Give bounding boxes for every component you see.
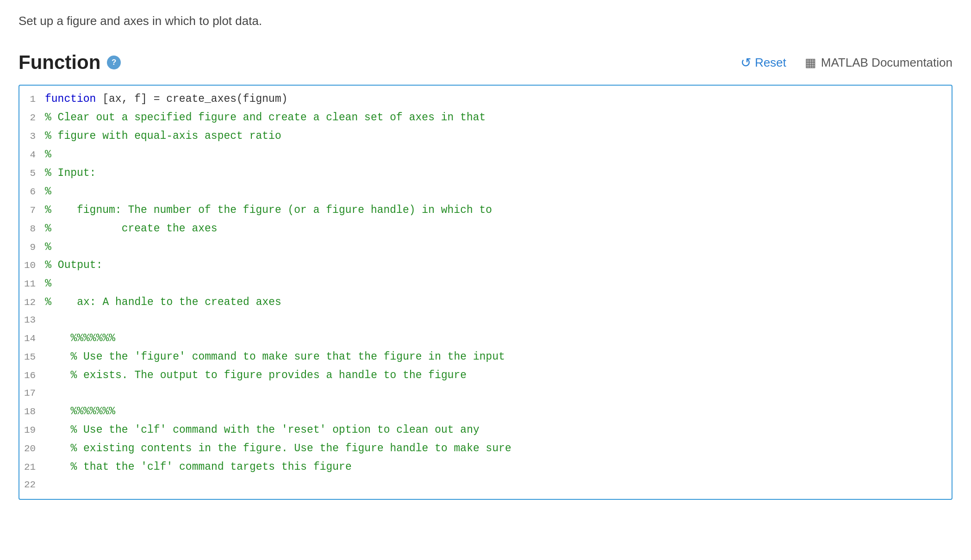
code-line: 12% ax: A handle to the created axes: [19, 293, 952, 312]
line-content: %%%%%%%: [45, 330, 952, 348]
line-number: 16: [19, 368, 45, 384]
code-line: 6%: [19, 183, 952, 201]
code-line: 7% fignum: The number of the figure (or …: [19, 201, 952, 220]
line-number: 11: [19, 276, 45, 292]
code-line: 11%: [19, 275, 952, 293]
line-content: % Clear out a specified figure and creat…: [45, 109, 952, 127]
page-description: Set up a figure and axes in which to plo…: [19, 14, 952, 28]
code-line: 16 % exists. The output to figure provid…: [19, 367, 952, 385]
help-icon[interactable]: ?: [107, 56, 121, 69]
code-line: 19 % Use the 'clf' command with the 'res…: [19, 421, 952, 440]
line-number: 22: [19, 477, 45, 493]
code-line: 22: [19, 477, 952, 494]
header-actions: ↺ Reset ▦ MATLAB Documentation: [741, 55, 952, 70]
code-editor[interactable]: 1function [ax, f] = create_axes(fignum)2…: [19, 85, 952, 500]
code-line: 9%: [19, 238, 952, 257]
code-line: 8% create the axes: [19, 220, 952, 238]
line-content: % that the 'clf' command targets this fi…: [45, 459, 952, 476]
line-number: 20: [19, 441, 45, 457]
line-content: % fignum: The number of the figure (or a…: [45, 202, 952, 219]
code-line: 13: [19, 312, 952, 330]
line-number: 12: [19, 295, 45, 311]
code-line: 18 %%%%%%%: [19, 403, 952, 421]
doc-icon: ▦: [805, 56, 816, 70]
line-content: %: [45, 239, 952, 256]
code-line: 20 % existing contents in the figure. Us…: [19, 440, 952, 458]
line-number: 1: [19, 92, 45, 108]
line-content: % create the axes: [45, 220, 952, 238]
code-line: 14 %%%%%%%: [19, 330, 952, 348]
line-number: 7: [19, 203, 45, 219]
line-content: % ax: A handle to the created axes: [45, 294, 952, 311]
line-number: 3: [19, 129, 45, 145]
code-line: 3% figure with equal-axis aspect ratio: [19, 127, 952, 146]
line-number: 9: [19, 240, 45, 256]
section-header: Function ? ↺ Reset ▦ MATLAB Documentatio…: [19, 51, 952, 74]
line-content: % exists. The output to figure provides …: [45, 367, 952, 385]
code-line: 1function [ax, f] = create_axes(fignum): [19, 90, 952, 109]
reset-button[interactable]: ↺ Reset: [741, 55, 786, 70]
reset-icon: ↺: [741, 55, 751, 70]
matlab-doc-button[interactable]: ▦ MATLAB Documentation: [805, 56, 952, 70]
line-content: %%%%%%%: [45, 403, 952, 421]
line-content: %: [45, 183, 952, 201]
line-number: 6: [19, 184, 45, 200]
code-line: 5% Input:: [19, 164, 952, 183]
section-title: Function: [19, 51, 100, 74]
line-number: 13: [19, 312, 45, 329]
line-number: 19: [19, 423, 45, 439]
line-number: 4: [19, 147, 45, 163]
line-content: % existing contents in the figure. Use t…: [45, 440, 952, 458]
code-line: 21 % that the 'clf' command targets this…: [19, 458, 952, 477]
line-number: 8: [19, 221, 45, 237]
code-line: 17: [19, 385, 952, 403]
line-number: 17: [19, 386, 45, 402]
code-line: 10% Output:: [19, 256, 952, 275]
line-content: function [ax, f] = create_axes(fignum): [45, 91, 952, 108]
line-content: % Input:: [45, 165, 952, 182]
code-line: 2% Clear out a specified figure and crea…: [19, 109, 952, 127]
line-content: % Output:: [45, 257, 952, 274]
line-content: % figure with equal-axis aspect ratio: [45, 128, 952, 145]
line-content: % Use the 'clf' command with the 'reset'…: [45, 422, 952, 439]
line-number: 5: [19, 166, 45, 182]
line-number: 15: [19, 349, 45, 366]
line-number: 10: [19, 258, 45, 274]
code-line: 15 % Use the 'figure' command to make su…: [19, 348, 952, 367]
line-number: 21: [19, 460, 45, 476]
line-number: 18: [19, 404, 45, 420]
line-content: %: [45, 146, 952, 164]
section-title-group: Function ?: [19, 51, 121, 74]
line-content: %: [45, 275, 952, 293]
code-line: 4%: [19, 146, 952, 164]
line-number: 2: [19, 110, 45, 126]
line-number: 14: [19, 331, 45, 347]
line-content: % Use the 'figure' command to make sure …: [45, 348, 952, 366]
code-content: 1function [ax, f] = create_axes(fignum)2…: [19, 86, 952, 499]
